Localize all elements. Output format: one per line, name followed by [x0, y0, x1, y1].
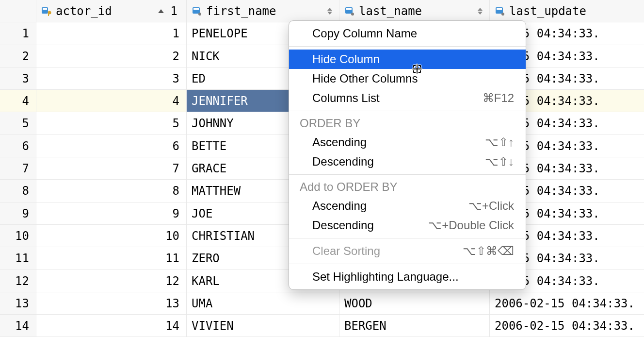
- column-context-menu: Copy Column Name Hide Column Hide Other …: [289, 20, 526, 290]
- row-header[interactable]: 13: [0, 292, 36, 315]
- row-header[interactable]: 1: [0, 22, 36, 45]
- svg-rect-0: [42, 7, 48, 14]
- row-header[interactable]: 14: [0, 315, 36, 337]
- svg-point-2: [48, 11, 51, 14]
- menu-label: Descending: [312, 155, 374, 168]
- cell-actor-id[interactable]: 8: [36, 180, 187, 202]
- menu-shortcut: ⌥⇧⌘⌫: [463, 244, 514, 258]
- cell-actor-id[interactable]: 4: [36, 90, 187, 112]
- row-header[interactable]: 6: [0, 135, 36, 157]
- column-name: first_name: [206, 0, 323, 22]
- menu-label: Hide Other Columns: [312, 72, 418, 85]
- menu-label: Hide Column: [312, 52, 380, 66]
- cell-actor-id[interactable]: 3: [36, 67, 187, 90]
- cell-actor-id[interactable]: 10: [36, 225, 187, 247]
- sort-toggle-icon[interactable]: [327, 8, 332, 15]
- cell-actor-id[interactable]: 11: [36, 247, 187, 270]
- cell-actor-id[interactable]: 14: [36, 315, 187, 337]
- column-name: actor_id: [56, 0, 154, 22]
- menu-set-highlighting-language[interactable]: Set Highlighting Language...: [289, 267, 526, 286]
- row-header[interactable]: 2: [0, 45, 36, 67]
- column-name: last_name: [359, 0, 474, 22]
- menu-separator: [289, 264, 526, 264]
- grid-corner: [0, 0, 36, 22]
- cell-actor-id[interactable]: 13: [36, 292, 187, 315]
- menu-separator: [289, 238, 526, 238]
- menu-add-order-descending[interactable]: Descending ⌥+Double Click: [289, 216, 526, 235]
- column-header-first_name[interactable]: first_name: [187, 0, 339, 22]
- cell-first-name[interactable]: VIVIEN: [187, 315, 339, 337]
- menu-order-descending[interactable]: Descending ⌥⇧↓: [289, 152, 526, 171]
- column-icon: [41, 6, 52, 17]
- cell-last-update[interactable]: 2006-02-15 04:34:33.: [490, 292, 644, 315]
- row-header[interactable]: 4: [0, 90, 36, 112]
- menu-copy-column-name[interactable]: Copy Column Name: [289, 24, 526, 43]
- column-icon: [344, 6, 355, 17]
- cell-last-update[interactable]: 2006-02-15 04:34:33.: [490, 315, 644, 337]
- svg-rect-8: [346, 8, 352, 10]
- menu-label: Columns List: [312, 91, 380, 105]
- svg-rect-11: [497, 8, 502, 10]
- column-header-last_update[interactable]: last_update: [490, 0, 644, 22]
- row-header[interactable]: 10: [0, 225, 36, 247]
- menu-separator: [289, 111, 526, 111]
- svg-rect-3: [48, 14, 49, 16]
- svg-point-12: [501, 13, 504, 16]
- menu-shortcut: ⌥⇧↑: [485, 135, 514, 149]
- column-icon: [192, 6, 202, 17]
- cell-actor-id[interactable]: 6: [36, 135, 187, 157]
- menu-label: Copy Column Name: [312, 27, 417, 40]
- column-header-actor_id[interactable]: actor_id1: [36, 0, 187, 22]
- sort-index: 1: [171, 0, 177, 22]
- sort-asc-icon: [158, 9, 164, 13]
- column-name: last_update: [509, 0, 640, 22]
- menu-label: Ascending: [312, 135, 367, 149]
- menu-hide-column[interactable]: Hide Column: [289, 50, 526, 69]
- menu-shortcut: ⌘F12: [483, 91, 514, 105]
- menu-shortcut: ⌥+Click: [468, 199, 514, 213]
- menu-columns-list[interactable]: Columns List ⌘F12: [289, 88, 526, 108]
- row-header[interactable]: 12: [0, 270, 36, 292]
- row-header[interactable]: 11: [0, 247, 36, 270]
- menu-order-ascending[interactable]: Ascending ⌥⇧↑: [289, 133, 526, 152]
- cell-first-name[interactable]: UMA: [187, 292, 339, 315]
- menu-add-order-ascending[interactable]: Ascending ⌥+Click: [289, 196, 526, 216]
- column-icon: [495, 6, 505, 17]
- menu-shortcut: ⌥⇧↓: [485, 155, 514, 168]
- menu-hide-other-columns[interactable]: Hide Other Columns: [289, 69, 526, 88]
- row-header[interactable]: 7: [0, 157, 36, 180]
- menu-label: Clear Sorting: [312, 244, 380, 258]
- cell-actor-id[interactable]: 7: [36, 157, 187, 180]
- column-header-last_name[interactable]: last_name: [339, 0, 490, 22]
- svg-point-9: [351, 13, 354, 16]
- row-header[interactable]: 8: [0, 180, 36, 202]
- row-header[interactable]: 9: [0, 202, 36, 225]
- cell-actor-id[interactable]: 12: [36, 270, 187, 292]
- menu-shortcut: ⌥+Double Click: [428, 219, 514, 232]
- sort-toggle-icon[interactable]: [478, 8, 483, 15]
- row-header[interactable]: 3: [0, 67, 36, 90]
- svg-rect-7: [345, 7, 353, 14]
- cell-last-name[interactable]: BERGEN: [339, 315, 490, 337]
- cell-actor-id[interactable]: 9: [36, 202, 187, 225]
- cell-actor-id[interactable]: 1: [36, 22, 187, 45]
- menu-clear-sorting: Clear Sorting ⌥⇧⌘⌫: [289, 241, 526, 261]
- cell-actor-id[interactable]: 5: [36, 112, 187, 135]
- menu-label: Set Highlighting Language...: [312, 270, 459, 284]
- menu-label: Ascending: [312, 199, 367, 213]
- row-header[interactable]: 5: [0, 112, 36, 135]
- cell-actor-id[interactable]: 2: [36, 45, 187, 67]
- menu-heading-order-by: ORDER BY: [289, 114, 526, 133]
- menu-separator: [289, 174, 526, 175]
- svg-point-6: [198, 13, 201, 16]
- cell-last-name[interactable]: WOOD: [339, 292, 490, 315]
- menu-heading-add-to-order-by: Add to ORDER BY: [289, 178, 526, 196]
- menu-separator: [289, 46, 526, 47]
- svg-rect-4: [193, 7, 200, 14]
- menu-label: Descending: [312, 219, 374, 232]
- svg-rect-10: [496, 7, 503, 14]
- svg-rect-5: [193, 8, 199, 10]
- svg-rect-1: [43, 8, 47, 10]
